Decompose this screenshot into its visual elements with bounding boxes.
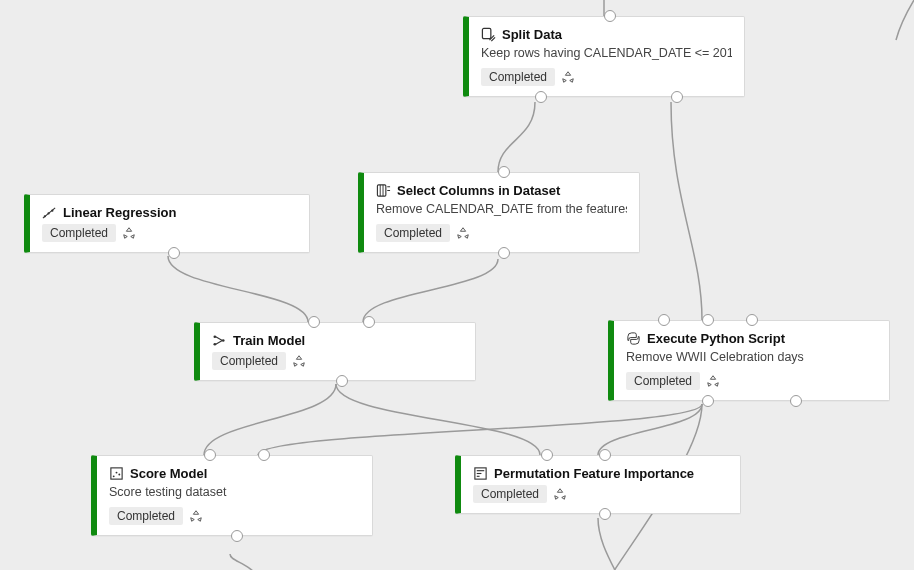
node-subtitle: Remove CALENDAR_DATE from the features a… xyxy=(376,202,627,216)
node-select-columns[interactable]: Select Columns in Dataset Remove CALENDA… xyxy=(358,172,640,253)
status-badge: Completed xyxy=(212,352,286,370)
output-port-2[interactable] xyxy=(671,91,683,103)
reuse-icon xyxy=(553,487,567,501)
output-port[interactable] xyxy=(336,375,348,387)
node-subtitle: Remove WWII Celebration days xyxy=(626,350,877,364)
reuse-icon xyxy=(706,374,720,388)
node-execute-python[interactable]: Execute Python Script Remove WWII Celebr… xyxy=(608,320,890,401)
node-title: Train Model xyxy=(233,333,305,348)
node-score-model[interactable]: Score Model Score testing dataset Comple… xyxy=(91,455,373,536)
input-port-2[interactable] xyxy=(599,449,611,461)
node-title: Linear Regression xyxy=(63,205,176,220)
node-split-data[interactable]: Split Data Keep rows having CALENDAR_DAT… xyxy=(463,16,745,97)
score-model-icon xyxy=(109,466,124,481)
output-port-2[interactable] xyxy=(790,395,802,407)
svg-point-7 xyxy=(214,335,217,338)
input-port[interactable] xyxy=(604,10,616,22)
input-port-1[interactable] xyxy=(658,314,670,326)
node-title: Select Columns in Dataset xyxy=(397,183,560,198)
status-badge: Completed xyxy=(481,68,555,86)
split-data-icon xyxy=(481,27,496,42)
node-title: Score Model xyxy=(130,466,207,481)
input-port-1[interactable] xyxy=(204,449,216,461)
status-badge: Completed xyxy=(376,224,450,242)
svg-point-11 xyxy=(113,475,115,477)
node-subtitle: Score testing dataset xyxy=(109,485,360,499)
input-port-2[interactable] xyxy=(363,316,375,328)
input-port-3[interactable] xyxy=(746,314,758,326)
output-port-1[interactable] xyxy=(702,395,714,407)
reuse-icon xyxy=(189,509,203,523)
reuse-icon xyxy=(456,226,470,240)
train-model-icon xyxy=(212,333,227,348)
select-columns-icon xyxy=(376,183,391,198)
svg-rect-0 xyxy=(482,28,490,38)
status-badge: Completed xyxy=(42,224,116,242)
input-port-1[interactable] xyxy=(541,449,553,461)
node-title: Split Data xyxy=(502,27,562,42)
input-port-2[interactable] xyxy=(258,449,270,461)
feature-importance-icon xyxy=(473,466,488,481)
status-badge: Completed xyxy=(626,372,700,390)
svg-point-12 xyxy=(116,472,118,474)
output-port[interactable] xyxy=(599,508,611,520)
input-port[interactable] xyxy=(498,166,510,178)
svg-rect-4 xyxy=(377,185,385,196)
node-permutation-feature-importance[interactable]: Permutation Feature Importance Completed xyxy=(455,455,741,514)
input-port-2[interactable] xyxy=(702,314,714,326)
linear-regression-icon xyxy=(42,205,57,220)
reuse-icon xyxy=(292,354,306,368)
svg-point-13 xyxy=(118,474,120,476)
output-port-1[interactable] xyxy=(535,91,547,103)
reuse-icon xyxy=(122,226,136,240)
output-port[interactable] xyxy=(498,247,510,259)
status-badge: Completed xyxy=(109,507,183,525)
pipeline-canvas[interactable]: Split Data Keep rows having CALENDAR_DAT… xyxy=(0,0,914,570)
node-subtitle: Keep rows having CALENDAR_DATE <= 2015- xyxy=(481,46,732,60)
node-title: Execute Python Script xyxy=(647,331,785,346)
reuse-icon xyxy=(561,70,575,84)
node-linear-regression[interactable]: Linear Regression Completed xyxy=(24,194,310,253)
output-port[interactable] xyxy=(168,247,180,259)
svg-point-9 xyxy=(222,339,225,342)
svg-point-8 xyxy=(214,343,217,346)
input-port-1[interactable] xyxy=(308,316,320,328)
node-train-model[interactable]: Train Model Completed xyxy=(194,322,476,381)
output-port[interactable] xyxy=(231,530,243,542)
python-script-icon xyxy=(626,331,641,346)
status-badge: Completed xyxy=(473,485,547,503)
node-title: Permutation Feature Importance xyxy=(494,466,694,481)
